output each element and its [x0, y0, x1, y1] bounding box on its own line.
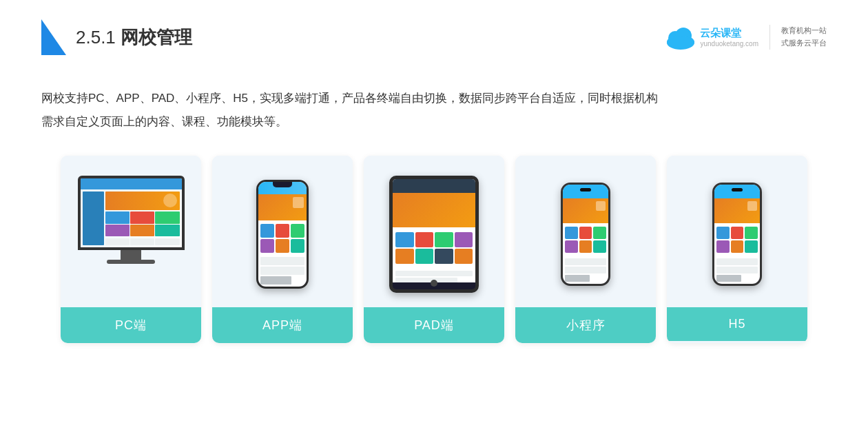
card-h5: H5: [667, 156, 807, 343]
brand-name: 云朵课堂: [700, 27, 741, 40]
monitor-screen: [81, 178, 182, 247]
app-phone-mockup: [256, 180, 309, 289]
card-app-image: [212, 156, 353, 307]
svg-marker-0: [41, 19, 66, 55]
pc-mockup: [72, 176, 189, 293]
card-miniprogram: 小程序: [515, 156, 656, 343]
page-title: 2.5.1 网校管理: [76, 25, 192, 50]
header: 2.5.1 网校管理 云朵课堂 yunduoketang.com: [41, 0, 827, 68]
brand-logo: 云朵课堂 yunduoketang.com 教育机构一站 式服务云平台: [665, 24, 827, 50]
brand-slogan: 教育机构一站 式服务云平台: [781, 25, 827, 49]
phone-screen-h5: [714, 185, 760, 284]
phone-mockup-app: [256, 180, 309, 289]
card-app-label: APP端: [212, 307, 353, 343]
phone-camera-h5: [732, 188, 743, 192]
card-pc-image: [61, 156, 201, 307]
phone-mockup-miniprogram: [561, 183, 610, 286]
card-miniprogram-image: [515, 156, 656, 307]
phone-screen-mini: [563, 185, 608, 284]
tablet-mockup: [389, 176, 479, 293]
card-pad-label: PAD端: [364, 307, 504, 343]
card-h5-label: H5: [667, 307, 807, 341]
description-text: 网校支持PC、APP、PAD、小程序、H5，实现多端打通，产品各终端自由切换，数…: [41, 87, 827, 134]
cards-section: PC端: [41, 156, 827, 343]
header-right: 云朵课堂 yunduoketang.com 教育机构一站 式服务云平台: [665, 24, 827, 50]
phone-mockup-h5: [712, 183, 762, 286]
page-container: 2.5.1 网校管理 云朵课堂 yunduoketang.com: [0, 0, 868, 434]
page-title-main: 网校管理: [121, 27, 192, 48]
brand-cloud-icon: [665, 24, 696, 50]
card-pad-image: [364, 156, 504, 307]
card-h5-image: [667, 156, 807, 307]
tablet-screen: [393, 179, 475, 282]
card-pc: PC端: [61, 156, 201, 343]
phone-camera: [580, 188, 591, 192]
monitor: [78, 176, 185, 250]
svg-point-4: [667, 36, 694, 50]
brand-url: yunduoketang.com: [700, 40, 758, 48]
card-pc-label: PC端: [61, 307, 201, 343]
phone-notch: [273, 182, 292, 187]
brand-text: 云朵课堂 yunduoketang.com: [700, 27, 758, 48]
card-app: APP端: [212, 156, 353, 343]
card-pad: PAD端: [364, 156, 504, 343]
phone-screen-app: [258, 182, 307, 287]
card-miniprogram-label: 小程序: [515, 307, 656, 343]
logo-triangle-icon: [41, 19, 66, 55]
header-left: 2.5.1 网校管理: [41, 19, 192, 55]
brand-divider: [769, 25, 770, 50]
